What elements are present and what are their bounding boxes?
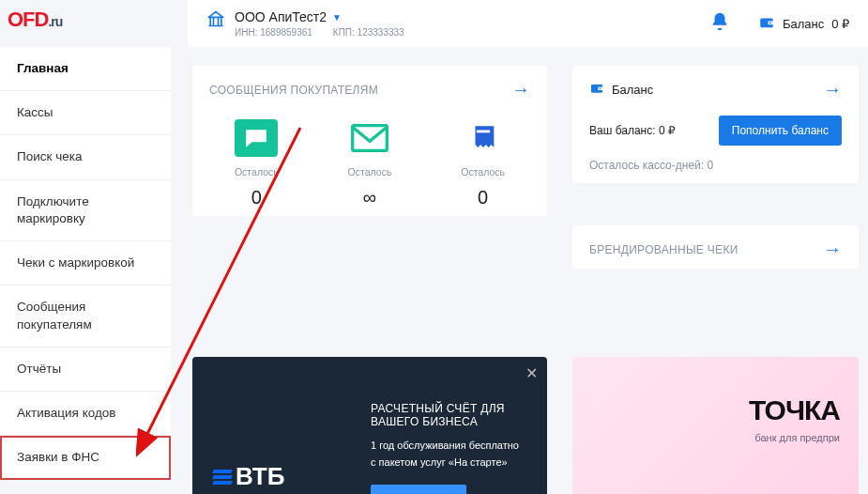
msg-value: 0 (478, 187, 488, 208)
promo-cta-button[interactable]: Посмотреть (371, 485, 466, 494)
org-kpp: КПП: 123333333 (333, 27, 404, 38)
promo-vtb[interactable]: ✕ ВТБ РАСЧЕТНЫЙ СЧЁТ ДЛЯ ВАШЕГО БИЗНЕСА … (192, 357, 547, 494)
promo-headline: РАСЧЕТНЫЙ СЧЁТ ДЛЯ ВАШЕГО БИЗНЕСА (371, 402, 528, 428)
msg-value: ∞ (363, 187, 376, 208)
sidebar-item-reports[interactable]: Отчёты (0, 347, 171, 392)
sidebar-item-fns-requests[interactable]: Заявки в ФНС (0, 436, 171, 480)
org-inn: ИНН: 1689859361 (235, 27, 312, 38)
receipt-icon (462, 119, 505, 157)
msg-cell-receipt[interactable]: Осталось 0 (432, 119, 535, 208)
balance-card: Баланс → Ваш баланс: 0 ₽ Пополнить балан… (572, 66, 859, 183)
promo-sub1: 1 год обслуживания бесплатно (371, 440, 528, 451)
msg-label: Осталось (461, 166, 505, 178)
logo[interactable]: OFD.ru (8, 8, 62, 32)
msg-label: Осталось (235, 166, 279, 178)
topbar: ООО АпиТест2 ▼ ИНН: 1689859361 КПП: 1233… (188, 0, 868, 47)
main-area: СООБЩЕНИЯ ПОКУПАТЕЛЯМ → Осталось 0 Остал… (188, 66, 868, 494)
sidebar-item-marking-checks[interactable]: Чеки с маркировкой (0, 241, 171, 286)
arrow-right-icon[interactable]: → (823, 239, 842, 260)
topup-button[interactable]: Пополнить баланс (719, 116, 842, 146)
svg-rect-3 (353, 126, 388, 151)
close-icon[interactable]: ✕ (525, 364, 538, 382)
branded-checks-title: БРЕНДИРОВАННЫЕ ЧЕКИ (589, 243, 739, 256)
vtb-logo: ВТБ (213, 462, 284, 491)
bank-icon (206, 9, 225, 32)
balance-top-value: 0 ₽ (831, 17, 849, 31)
arrow-right-icon[interactable]: → (823, 79, 842, 100)
svg-point-2 (769, 22, 771, 23)
bell-icon[interactable] (709, 11, 730, 36)
tochka-logo: ТОЧКА (591, 394, 840, 426)
sidebar: Главная Кассы Поиск чека Подключите марк… (0, 47, 171, 480)
sidebar-item-home[interactable]: Главная (0, 47, 171, 91)
msg-cell-sms[interactable]: Осталось 0 (205, 119, 308, 208)
msg-cell-email[interactable]: Осталось ∞ (318, 119, 421, 208)
wallet-icon (758, 14, 775, 34)
msg-value: 0 (251, 187, 262, 208)
balance-top-label: Баланс (783, 17, 824, 31)
promo-tochka[interactable]: ТОЧКА банк для предпри (572, 357, 859, 494)
sidebar-item-activate-codes[interactable]: Активация кодов (0, 392, 171, 436)
sidebar-item-search-check[interactable]: Поиск чека (0, 135, 171, 179)
messages-card-title: СООБЩЕНИЯ ПОКУПАТЕЛЯМ (209, 84, 378, 97)
promo-sub2: с пакетом услуг «На старте» (371, 456, 528, 468)
sidebar-item-messages[interactable]: Сообщения покупателям (0, 286, 171, 347)
chat-icon (235, 119, 278, 157)
sidebar-item-kkt[interactable]: Кассы (0, 91, 171, 135)
msg-label: Осталось (348, 166, 392, 178)
balance-top[interactable]: Баланс 0 ₽ (758, 14, 849, 34)
mail-icon (348, 119, 391, 157)
svg-rect-4 (477, 131, 490, 133)
messages-card: СООБЩЕНИЯ ПОКУПАТЕЛЯМ → Осталось 0 Остал… (192, 66, 547, 216)
sidebar-item-marking-connect[interactable]: Подключите маркировку (0, 180, 171, 241)
org-selector[interactable]: ООО АпиТест2 ▼ ИНН: 1689859361 КПП: 1233… (206, 9, 404, 38)
org-name: ООО АпиТест2 (235, 9, 327, 24)
arrow-right-icon[interactable]: → (511, 79, 530, 100)
tochka-tagline: банк для предпри (591, 432, 840, 443)
branded-checks-card[interactable]: БРЕНДИРОВАННЫЕ ЧЕКИ → (572, 225, 859, 269)
balance-days-left: Осталось кассо-дней: 0 (572, 159, 859, 185)
logo-main: OFD (8, 8, 48, 31)
svg-point-7 (600, 88, 602, 90)
balance-card-title: Баланс (589, 81, 653, 99)
chevron-down-icon: ▼ (332, 12, 342, 23)
logo-suffix: .ru (48, 14, 62, 29)
balance-amount: Ваш баланс: 0 ₽ (589, 124, 676, 137)
wallet-icon (589, 81, 604, 99)
